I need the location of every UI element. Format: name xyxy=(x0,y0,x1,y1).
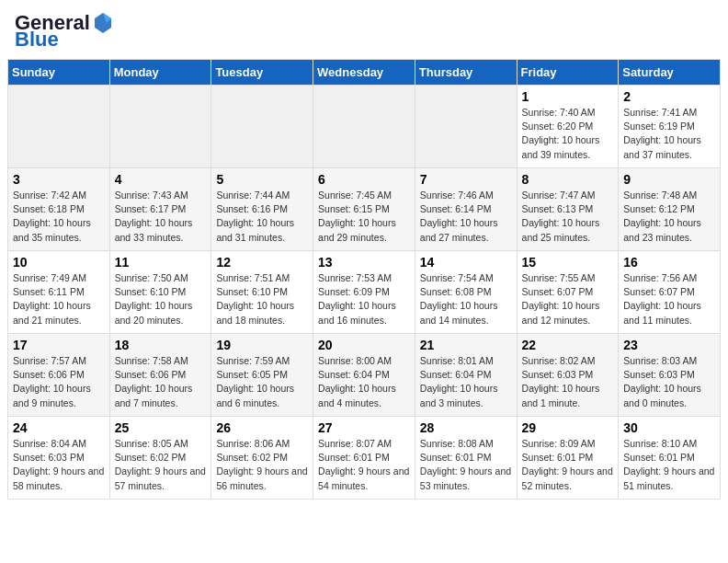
day-number: 9 xyxy=(623,172,715,187)
day-number: 8 xyxy=(522,172,614,187)
calendar-week-4: 17Sunrise: 7:57 AMSunset: 6:06 PMDayligh… xyxy=(8,334,721,417)
day-number: 28 xyxy=(420,420,512,435)
header: General Blue xyxy=(0,0,728,59)
day-info: Sunrise: 8:08 AMSunset: 6:01 PMDaylight:… xyxy=(420,437,512,493)
calendar-cell: 12Sunrise: 7:51 AMSunset: 6:10 PMDayligh… xyxy=(211,251,313,334)
calendar-cell: 30Sunrise: 8:10 AMSunset: 6:01 PMDayligh… xyxy=(619,417,721,500)
day-number: 27 xyxy=(318,420,410,435)
day-info: Sunrise: 7:46 AMSunset: 6:14 PMDaylight:… xyxy=(420,189,512,245)
day-header-sunday: Sunday xyxy=(8,60,110,86)
calendar-cell: 9Sunrise: 7:48 AMSunset: 6:12 PMDaylight… xyxy=(619,168,721,251)
day-info: Sunrise: 8:07 AMSunset: 6:01 PMDaylight:… xyxy=(318,437,410,493)
day-info: Sunrise: 7:43 AMSunset: 6:17 PMDaylight:… xyxy=(115,189,207,245)
day-info: Sunrise: 7:51 AMSunset: 6:10 PMDaylight:… xyxy=(216,271,308,327)
calendar-cell: 16Sunrise: 7:56 AMSunset: 6:07 PMDayligh… xyxy=(619,251,721,334)
calendar-cell: 27Sunrise: 8:07 AMSunset: 6:01 PMDayligh… xyxy=(313,417,415,500)
day-number: 19 xyxy=(216,338,308,352)
day-number: 13 xyxy=(318,255,410,270)
calendar-cell: 3Sunrise: 7:42 AMSunset: 6:18 PMDaylight… xyxy=(8,168,110,251)
day-number: 26 xyxy=(216,420,308,435)
calendar-cell: 24Sunrise: 8:04 AMSunset: 6:03 PMDayligh… xyxy=(8,417,110,500)
calendar-cell: 5Sunrise: 7:44 AMSunset: 6:16 PMDaylight… xyxy=(211,168,313,251)
day-info: Sunrise: 7:50 AMSunset: 6:10 PMDaylight:… xyxy=(115,271,207,327)
day-info: Sunrise: 7:55 AMSunset: 6:07 PMDaylight:… xyxy=(522,271,614,327)
calendar-cell: 4Sunrise: 7:43 AMSunset: 6:17 PMDaylight… xyxy=(109,168,211,251)
day-header-friday: Friday xyxy=(517,60,619,86)
day-header-monday: Monday xyxy=(109,60,211,86)
calendar-cell: 19Sunrise: 7:59 AMSunset: 6:05 PMDayligh… xyxy=(211,334,313,417)
day-info: Sunrise: 7:41 AMSunset: 6:19 PMDaylight:… xyxy=(623,106,715,162)
day-number: 24 xyxy=(13,420,105,435)
calendar-cell xyxy=(415,86,517,168)
day-number: 5 xyxy=(216,172,308,187)
calendar-cell: 17Sunrise: 7:57 AMSunset: 6:06 PMDayligh… xyxy=(8,334,110,417)
calendar-cell: 28Sunrise: 8:08 AMSunset: 6:01 PMDayligh… xyxy=(415,417,517,500)
page-container: General Blue SundayMondayTuesdayWednesda… xyxy=(0,0,728,500)
day-number: 20 xyxy=(318,338,410,352)
calendar-cell: 13Sunrise: 7:53 AMSunset: 6:09 PMDayligh… xyxy=(313,251,415,334)
day-info: Sunrise: 7:56 AMSunset: 6:07 PMDaylight:… xyxy=(623,271,715,327)
calendar-cell: 23Sunrise: 8:03 AMSunset: 6:03 PMDayligh… xyxy=(619,334,721,417)
calendar-week-5: 24Sunrise: 8:04 AMSunset: 6:03 PMDayligh… xyxy=(8,417,721,500)
calendar-cell: 1Sunrise: 7:40 AMSunset: 6:20 PMDaylight… xyxy=(517,86,619,168)
calendar-cell: 10Sunrise: 7:49 AMSunset: 6:11 PMDayligh… xyxy=(8,251,110,334)
day-info: Sunrise: 7:57 AMSunset: 6:06 PMDaylight:… xyxy=(13,354,105,410)
day-info: Sunrise: 8:03 AMSunset: 6:03 PMDaylight:… xyxy=(623,354,715,410)
calendar-cell: 2Sunrise: 7:41 AMSunset: 6:19 PMDaylight… xyxy=(619,86,721,168)
day-info: Sunrise: 8:10 AMSunset: 6:01 PMDaylight:… xyxy=(623,437,715,493)
calendar-cell: 29Sunrise: 8:09 AMSunset: 6:01 PMDayligh… xyxy=(517,417,619,500)
calendar-cell: 20Sunrise: 8:00 AMSunset: 6:04 PMDayligh… xyxy=(313,334,415,417)
calendar-cell: 18Sunrise: 7:58 AMSunset: 6:06 PMDayligh… xyxy=(109,334,211,417)
day-number: 21 xyxy=(420,338,512,352)
day-header-tuesday: Tuesday xyxy=(211,60,313,86)
day-number: 29 xyxy=(522,420,614,435)
calendar-cell xyxy=(313,86,415,168)
calendar-header-row: SundayMondayTuesdayWednesdayThursdayFrid… xyxy=(8,60,721,86)
calendar-cell: 15Sunrise: 7:55 AMSunset: 6:07 PMDayligh… xyxy=(517,251,619,334)
day-info: Sunrise: 8:09 AMSunset: 6:01 PMDaylight:… xyxy=(522,437,614,493)
day-info: Sunrise: 7:44 AMSunset: 6:16 PMDaylight:… xyxy=(216,189,308,245)
calendar-week-3: 10Sunrise: 7:49 AMSunset: 6:11 PMDayligh… xyxy=(8,251,721,334)
day-number: 25 xyxy=(115,420,207,435)
calendar-week-2: 3Sunrise: 7:42 AMSunset: 6:18 PMDaylight… xyxy=(8,168,721,251)
calendar-cell: 11Sunrise: 7:50 AMSunset: 6:10 PMDayligh… xyxy=(109,251,211,334)
day-number: 7 xyxy=(420,172,512,187)
day-number: 2 xyxy=(623,89,715,104)
day-info: Sunrise: 7:42 AMSunset: 6:18 PMDaylight:… xyxy=(13,189,105,245)
day-info: Sunrise: 7:40 AMSunset: 6:20 PMDaylight:… xyxy=(522,106,614,162)
logo-icon xyxy=(91,11,115,35)
calendar-cell: 8Sunrise: 7:47 AMSunset: 6:13 PMDaylight… xyxy=(517,168,619,251)
day-info: Sunrise: 7:49 AMSunset: 6:11 PMDaylight:… xyxy=(13,271,105,327)
calendar-cell: 14Sunrise: 7:54 AMSunset: 6:08 PMDayligh… xyxy=(415,251,517,334)
calendar-table: SundayMondayTuesdayWednesdayThursdayFrid… xyxy=(7,59,721,500)
calendar-cell: 26Sunrise: 8:06 AMSunset: 6:02 PMDayligh… xyxy=(211,417,313,500)
day-number: 18 xyxy=(115,338,207,352)
day-info: Sunrise: 7:45 AMSunset: 6:15 PMDaylight:… xyxy=(318,189,410,245)
day-info: Sunrise: 7:48 AMSunset: 6:12 PMDaylight:… xyxy=(623,189,715,245)
day-info: Sunrise: 8:02 AMSunset: 6:03 PMDaylight:… xyxy=(522,354,614,410)
calendar-cell: 22Sunrise: 8:02 AMSunset: 6:03 PMDayligh… xyxy=(517,334,619,417)
day-info: Sunrise: 8:06 AMSunset: 6:02 PMDaylight:… xyxy=(216,437,308,493)
day-number: 17 xyxy=(13,338,105,352)
day-info: Sunrise: 7:58 AMSunset: 6:06 PMDaylight:… xyxy=(115,354,207,410)
day-number: 11 xyxy=(115,255,207,270)
day-number: 6 xyxy=(318,172,410,187)
calendar-cell xyxy=(8,86,110,168)
day-info: Sunrise: 8:05 AMSunset: 6:02 PMDaylight:… xyxy=(115,437,207,493)
calendar-cell xyxy=(211,86,313,168)
day-number: 4 xyxy=(115,172,207,187)
calendar-week-1: 1Sunrise: 7:40 AMSunset: 6:20 PMDaylight… xyxy=(8,86,721,168)
day-info: Sunrise: 7:54 AMSunset: 6:08 PMDaylight:… xyxy=(420,271,512,327)
calendar-cell: 7Sunrise: 7:46 AMSunset: 6:14 PMDaylight… xyxy=(415,168,517,251)
day-number: 14 xyxy=(420,255,512,270)
day-header-saturday: Saturday xyxy=(619,60,721,86)
day-number: 22 xyxy=(522,338,614,352)
day-number: 12 xyxy=(216,255,308,270)
logo: General Blue xyxy=(15,11,116,52)
calendar-cell: 25Sunrise: 8:05 AMSunset: 6:02 PMDayligh… xyxy=(109,417,211,500)
day-number: 3 xyxy=(13,172,105,187)
day-info: Sunrise: 7:53 AMSunset: 6:09 PMDaylight:… xyxy=(318,271,410,327)
day-info: Sunrise: 7:47 AMSunset: 6:13 PMDaylight:… xyxy=(522,189,614,245)
calendar-cell xyxy=(109,86,211,168)
day-number: 15 xyxy=(522,255,614,270)
